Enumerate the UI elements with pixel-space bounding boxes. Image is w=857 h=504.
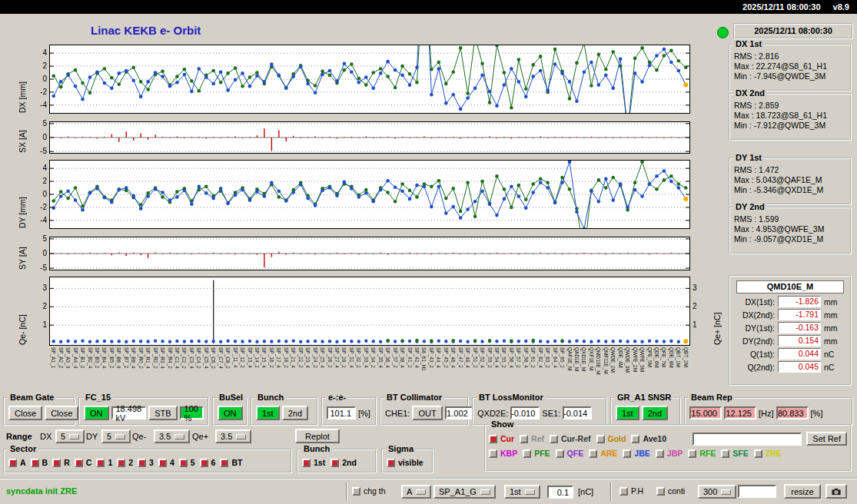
sector-r-checkbox[interactable]: R xyxy=(52,458,70,467)
count-input[interactable] xyxy=(738,485,776,498)
show-ave10-checkbox[interactable]: Ave10 xyxy=(631,434,666,443)
group-title: e-:e- xyxy=(326,393,348,402)
show-gold-checkbox[interactable]: Gold xyxy=(596,434,626,443)
sector-5-checkbox[interactable]: 5 xyxy=(179,458,195,467)
show-qfe-checkbox[interactable]: QFE xyxy=(556,449,584,458)
show-ref-checkbox[interactable]: Ref xyxy=(520,434,544,443)
bunch-select-dropdown[interactable]: 1st xyxy=(504,485,540,499)
stat-panel-dy-2nd: DY 2nd RMS : 1.599 Max : 4.953@QWFE_3M M… xyxy=(729,207,852,254)
monitor-row-label: Q(2nd): xyxy=(735,363,775,372)
y-axis-label: SY [A] xyxy=(18,237,27,270)
interval-dropdown[interactable]: 300 xyxy=(698,485,736,499)
x-axis-label: SP_11_4 xyxy=(232,347,238,367)
checkbox-label: Gold xyxy=(608,434,626,443)
x-axis-label: SP_13_4 xyxy=(247,347,252,368)
sector-1-checkbox[interactable]: 1 xyxy=(96,458,112,467)
sector-4-checkbox[interactable]: 4 xyxy=(158,458,174,467)
show-zre-checkbox[interactable]: ZRE xyxy=(754,449,782,458)
fc15-on-button[interactable]: ON xyxy=(84,406,109,420)
gr-snsr-1st-button[interactable]: 1st xyxy=(616,406,639,420)
y-tick-label: 0 xyxy=(28,133,47,141)
beam-gate-close-button-a[interactable]: Close xyxy=(8,406,42,420)
ref-file-input[interactable] xyxy=(693,433,802,446)
beam-rep-field-3: 80.833 xyxy=(776,406,809,419)
checkbox-label: A xyxy=(20,458,26,467)
show-are-checkbox[interactable]: ARE xyxy=(589,449,617,458)
range-dy-dropdown[interactable]: 5 xyxy=(101,429,131,443)
ph-checkbox[interactable]: P.H xyxy=(619,486,643,496)
sector-c-checkbox[interactable]: C xyxy=(75,458,92,467)
checkbox-indicator xyxy=(623,449,631,458)
beam-gate-close-button-b[interactable]: Close xyxy=(45,406,78,420)
stat-panel-dx-1st: DX 1st RMS : 2.816 Max : 22.274@S8_61_H1… xyxy=(729,44,852,91)
y-tick-label: 0 xyxy=(28,190,47,198)
sector-b-checkbox[interactable]: B xyxy=(31,458,48,467)
timestamp-display: 2025/12/11 08:00:30 xyxy=(733,23,853,39)
show-jbe-checkbox[interactable]: JBE xyxy=(623,449,649,458)
checkbox-indicator xyxy=(302,459,311,467)
stat-max: Max : 4.953@QWFE_3M xyxy=(734,224,846,234)
monitor-row-unit: mm xyxy=(824,297,838,307)
sector-a-checkbox[interactable]: A xyxy=(8,458,26,467)
chg-th-checkbox[interactable]: chg th xyxy=(352,486,386,496)
show-sfe-checkbox[interactable]: SFE xyxy=(721,449,748,458)
bunch-1st-button[interactable]: 1st xyxy=(256,406,280,420)
x-axis-label: SP_55_2 xyxy=(501,347,507,368)
stat-max: Max : 5.043@QAF1E_M xyxy=(734,175,846,185)
checkbox-label: 4 xyxy=(170,458,174,467)
bunch-2nd-checkbox[interactable]: 2nd xyxy=(331,458,357,467)
checkbox-indicator xyxy=(619,487,628,496)
conti-checkbox[interactable]: conti xyxy=(656,486,685,496)
interval-value: 300 xyxy=(703,487,717,496)
show-jbp-checkbox[interactable]: JBP xyxy=(656,449,683,458)
monitor-select-dropdown[interactable]: SP_A1_G xyxy=(433,485,496,499)
set-ref-button[interactable]: Set Ref xyxy=(806,432,847,446)
gr-snsr-2nd-button[interactable]: 2nd xyxy=(642,406,668,420)
sector-6-checkbox[interactable]: 6 xyxy=(200,458,216,467)
show-rfe-checkbox[interactable]: RFE xyxy=(688,449,716,458)
sector-select-dropdown[interactable]: A xyxy=(401,485,431,499)
range-dx-dropdown[interactable]: 5 xyxy=(55,429,85,443)
bunch-2nd-button[interactable]: 2nd xyxy=(282,406,308,420)
monitor-name[interactable]: QMD10E_M xyxy=(736,280,844,293)
resize-button[interactable]: resize xyxy=(784,484,821,499)
monitor-panel: QMD10E_M DX(1st): -1.826 mm DX(2nd): -1.… xyxy=(729,275,852,386)
sector-2-checkbox[interactable]: 2 xyxy=(117,458,133,467)
x-axis-label: SP_35_4 xyxy=(377,347,383,368)
stat-min: Min : -5.346@QXD1E_M xyxy=(734,185,846,195)
x-axis-label: SP_62_4 xyxy=(537,347,543,368)
dropdown-indicator-icon xyxy=(69,434,79,439)
busel-on-button[interactable]: ON xyxy=(218,406,243,420)
bunch-1st-checkbox[interactable]: 1st xyxy=(302,458,325,467)
x-axis-label: SP_C8_2 xyxy=(225,347,231,369)
group-beam-gate: Beam Gate Close Close xyxy=(3,397,75,426)
show-cur-ref-checkbox[interactable]: Cur-Ref xyxy=(550,434,591,443)
range-qem-label: Qe- xyxy=(132,432,146,441)
bt-col-out-button[interactable]: OUT xyxy=(412,406,442,420)
x-axis-label: SP_37_2 xyxy=(392,347,397,368)
threshold-field[interactable]: 0.1 xyxy=(547,486,573,499)
show-cur-checkbox[interactable]: Cur xyxy=(489,434,514,443)
x-axis-label: SP_C6_2 xyxy=(211,347,216,369)
snapshot-button[interactable] xyxy=(825,484,847,499)
x-axis-label: SP_25_4 xyxy=(320,347,325,368)
range-qep-dropdown[interactable]: 3.5 xyxy=(215,429,251,443)
y-tick-label: 0 xyxy=(28,249,47,257)
sigma-checkboxes: visible xyxy=(387,458,424,467)
show-pfe-checkbox[interactable]: PFE xyxy=(523,449,550,458)
replot-button[interactable]: Replot xyxy=(295,429,340,443)
group-title: BuSel xyxy=(217,393,245,402)
x-axis-label: SP_B2_4 xyxy=(87,347,92,368)
monitor-row-value: -1.791 xyxy=(778,309,821,320)
sector-3-checkbox[interactable]: 3 xyxy=(138,458,154,467)
fc15-stb-button[interactable]: STB xyxy=(148,406,177,420)
show-kbp-checkbox[interactable]: KBP xyxy=(489,449,517,458)
status-message: syncdata init ZRE xyxy=(6,486,77,496)
sector-bt-checkbox[interactable]: BT xyxy=(220,458,242,467)
group-title: Beam Gate xyxy=(8,393,56,402)
sigma-visible-checkbox[interactable]: visible xyxy=(387,458,424,467)
x-axis-label: SP_57_2 xyxy=(516,347,521,368)
stat-title: DY 1st xyxy=(733,153,764,162)
monitor-row-label: DY(2nd): xyxy=(735,337,775,346)
range-qem-dropdown[interactable]: 3.5 xyxy=(154,429,190,443)
